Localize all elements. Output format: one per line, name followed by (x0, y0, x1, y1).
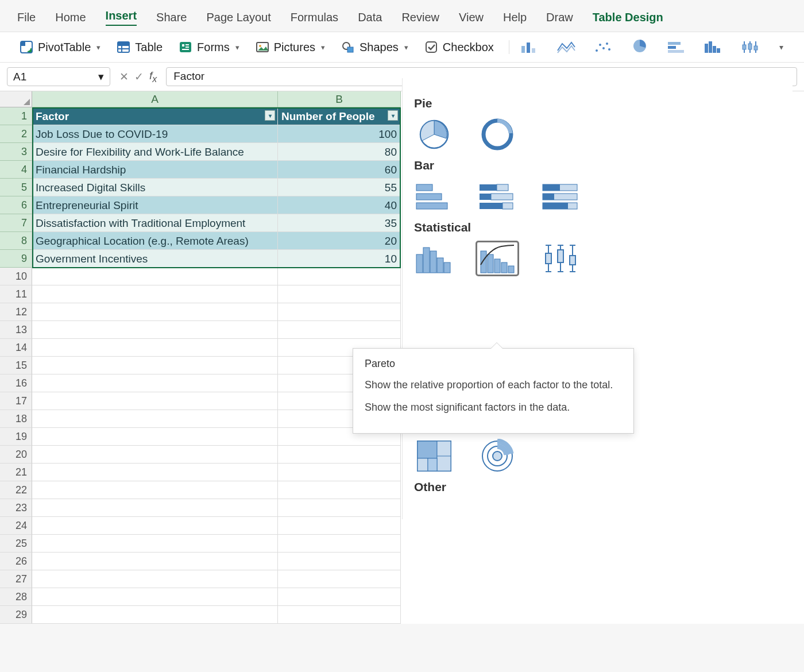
empty-cell[interactable] (278, 517, 401, 535)
empty-cell[interactable] (32, 321, 278, 339)
fx-icon[interactable]: fx (149, 69, 157, 84)
empty-cell[interactable] (32, 464, 278, 481)
filter-dropdown-icon[interactable]: ▾ (265, 110, 275, 121)
empty-cell[interactable] (278, 303, 401, 321)
empty-cell[interactable] (32, 570, 278, 588)
cell-value[interactable]: 55 (278, 179, 401, 196)
cell-factor[interactable]: Dissatisfaction with Traditional Employm… (32, 214, 278, 232)
empty-cell[interactable] (32, 303, 278, 321)
row-header[interactable]: 7 (0, 214, 32, 232)
empty-cell[interactable] (32, 553, 278, 570)
cancel-formula-icon[interactable]: ✕ (119, 70, 129, 83)
row-header[interactable]: 3 (0, 143, 32, 161)
row-header[interactable]: 4 (0, 161, 32, 179)
cell-value[interactable]: 20 (278, 232, 401, 250)
empty-cell[interactable] (32, 588, 278, 606)
menu-data[interactable]: Data (358, 11, 382, 24)
empty-cell[interactable] (278, 446, 401, 464)
empty-cell[interactable] (32, 446, 278, 464)
empty-cell[interactable] (278, 321, 401, 339)
name-box[interactable]: A1 ▾ (7, 67, 110, 86)
chart-sunburst[interactable] (477, 440, 517, 472)
table-header-factor[interactable]: Factor▾ (32, 107, 278, 125)
cell-value[interactable]: 100 (278, 125, 401, 143)
menu-help[interactable]: Help (503, 11, 527, 24)
row-header[interactable]: 19 (0, 428, 32, 446)
boxwhisker-chart-icon[interactable] (740, 40, 760, 54)
row-header[interactable]: 1 (0, 107, 32, 125)
chart-boxwhisker[interactable] (540, 242, 581, 275)
forms-button[interactable]: Forms ▾ (175, 38, 243, 56)
chart-bar-clustered[interactable] (414, 180, 454, 213)
row-header[interactable]: 25 (0, 535, 32, 553)
filter-dropdown-icon[interactable]: ▾ (388, 110, 398, 121)
empty-cell[interactable] (278, 464, 401, 481)
row-header[interactable]: 12 (0, 303, 32, 321)
row-header[interactable]: 16 (0, 374, 32, 392)
table-button[interactable]: Table (113, 38, 166, 56)
row-header[interactable]: 22 (0, 481, 32, 499)
chart-bar-100stacked[interactable] (540, 180, 581, 213)
table-header-number[interactable]: Number of People▾ (278, 107, 401, 125)
row-header[interactable]: 28 (0, 588, 32, 606)
empty-cell[interactable] (278, 499, 401, 517)
menu-page-layout[interactable]: Page Layout (206, 11, 270, 24)
enter-formula-icon[interactable]: ✓ (134, 70, 144, 83)
row-header[interactable]: 8 (0, 232, 32, 250)
shapes-button[interactable]: Shapes ▾ (338, 38, 412, 56)
menu-home[interactable]: Home (55, 11, 86, 24)
cell-value[interactable]: 40 (278, 196, 401, 214)
menu-draw[interactable]: Draw (546, 11, 573, 24)
menu-insert[interactable]: Insert (106, 9, 137, 26)
line-chart-icon[interactable] (556, 40, 576, 54)
cell-value[interactable]: 60 (278, 161, 401, 179)
empty-cell[interactable] (278, 268, 401, 285)
menu-share[interactable]: Share (156, 11, 187, 24)
empty-cell[interactable] (32, 499, 278, 517)
row-header[interactable]: 29 (0, 606, 32, 624)
empty-cell[interactable] (278, 553, 401, 570)
select-all-corner[interactable] (0, 91, 32, 107)
empty-cell[interactable] (32, 428, 278, 446)
cell-factor[interactable]: Geographical Location (e.g., Remote Area… (32, 232, 278, 250)
chart-treemap[interactable] (414, 440, 454, 472)
chart-pareto[interactable] (477, 242, 517, 275)
chart-doughnut[interactable] (477, 118, 517, 150)
cell-value[interactable]: 80 (278, 143, 401, 161)
cell-factor[interactable]: Job Loss Due to COVID-19 (32, 125, 278, 143)
cell-value[interactable]: 35 (278, 214, 401, 232)
chart-pie[interactable] (414, 118, 454, 150)
bar-chart-icon[interactable] (667, 40, 686, 54)
row-header[interactable]: 5 (0, 179, 32, 196)
row-header[interactable]: 24 (0, 517, 32, 535)
cell-factor[interactable]: Government Incentives (32, 250, 278, 268)
row-header[interactable]: 9 (0, 250, 32, 268)
empty-cell[interactable] (32, 392, 278, 410)
menu-review[interactable]: Review (401, 11, 439, 24)
empty-cell[interactable] (32, 535, 278, 553)
charts-more-dropdown[interactable]: ▾ (777, 43, 786, 52)
empty-cell[interactable] (32, 410, 278, 428)
row-header[interactable]: 18 (0, 410, 32, 428)
row-header[interactable]: 27 (0, 570, 32, 588)
row-header[interactable]: 14 (0, 339, 32, 357)
empty-cell[interactable] (278, 570, 401, 588)
row-header[interactable]: 11 (0, 285, 32, 303)
empty-cell[interactable] (32, 517, 278, 535)
row-header[interactable]: 23 (0, 499, 32, 517)
empty-cell[interactable] (32, 339, 278, 357)
row-header[interactable]: 17 (0, 392, 32, 410)
row-header[interactable]: 2 (0, 125, 32, 143)
empty-cell[interactable] (32, 374, 278, 392)
row-header[interactable]: 15 (0, 357, 32, 374)
empty-cell[interactable] (278, 535, 401, 553)
chart-histogram[interactable] (414, 242, 454, 275)
menu-formulas[interactable]: Formulas (291, 11, 338, 24)
cell-factor[interactable]: Entrepreneurial Spirit (32, 196, 278, 214)
cell-factor[interactable]: Desire for Flexibility and Work-Life Bal… (32, 143, 278, 161)
pivottable-button[interactable]: PivotTable ▾ (16, 38, 104, 56)
column-header-B[interactable]: B (278, 91, 401, 107)
chart-bar-stacked[interactable] (477, 180, 517, 213)
empty-cell[interactable] (32, 606, 278, 624)
empty-cell[interactable] (32, 285, 278, 303)
